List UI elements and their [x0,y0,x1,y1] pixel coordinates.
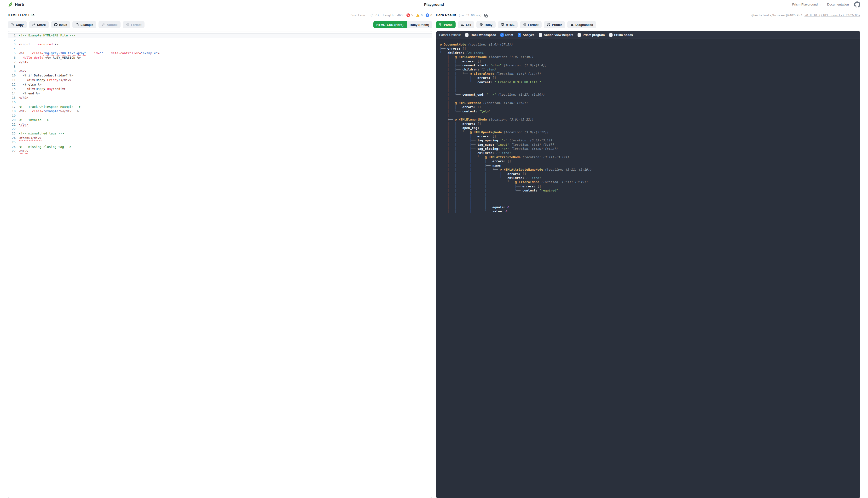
prism-playground-link[interactable]: Prism Playground → [792,3,822,6]
code-line: 11 <div>Happy Friday!</div> [8,78,432,82]
code-line: 9<h2> [8,69,432,74]
tree-line: │ ├── errors: [] [440,122,856,126]
code-editor[interactable]: 1<!-- Example HTML+ERB File -->2 3<input… [8,31,432,498]
parse-button[interactable]: Parse [436,21,456,28]
button-label: Ruby [485,23,492,27]
checkbox-label: Prism program [582,33,605,37]
diagnostics-button[interactable]: Diagnostics [567,21,596,28]
code-line: 21</br> [8,122,432,127]
source-toolbar: CopyShareIssueExampleAutofixFormatHTML+E… [8,21,432,28]
github-icon[interactable] [854,1,860,8]
line-number: 4 [8,47,19,51]
copy-icon [11,23,14,26]
tree-line: @ DocumentNode (location: (1:0)-(27:5)) [440,42,856,47]
code-line: 5<h1 class='bg-gray-300 text-gray" id=''… [8,51,432,56]
error-badge[interactable]: 5 [406,13,413,17]
tree-line: │ │ ├── errors: [] [440,76,856,80]
code-line: 26<!-- missing closing tag --> [8,145,432,149]
file-icon [76,23,79,26]
button-label: Example [80,23,93,27]
version-link[interactable]: v0.8.10 (+183 commits) 2402c957 [804,13,860,17]
lex-button[interactable]: Lex [458,21,474,28]
html-button[interactable]: 5HTML [498,21,518,28]
checkbox-strict[interactable]: ✓Strict [500,33,513,37]
warning-badge[interactable]: 0 [416,13,423,17]
tree-line: │ │ └── @ LiteralNode (location: (1:4)-(… [440,72,856,76]
checkbox-label: Track whitespace [470,33,496,37]
share-button[interactable]: Share [29,21,49,28]
lex-icon [461,23,464,26]
tree-line: │ └── comment_end: "-->" (location: (1:2… [440,92,856,96]
autofix-button[interactable]: Autofix [98,21,120,28]
code-line: 24<form></div> [8,136,432,141]
tree-line: │ ├── errors: [] [440,59,856,63]
line-number: 2 [8,38,19,42]
info-badge[interactable]: 0 [425,13,432,17]
checked-checkbox-icon: ✓ [500,33,504,37]
format-button[interactable]: Format [123,21,145,28]
checkbox-analyze[interactable]: ✓Analyze [518,33,535,37]
tab-label: Ruby (Prism) [410,23,429,27]
line-number: 9 [8,69,19,74]
code-line: 16 [8,100,432,105]
tree-line: │ │ └── @ HTMLOpenTagNode (location: (3:… [440,130,856,134]
line-number: 7 [8,60,19,65]
result-panel-title: Herb Result [436,13,456,17]
result-toolbar: ParseLexRuby5HTMLFormatPrinterDiagnostic… [436,21,860,28]
info-count: 0 [430,13,432,17]
checkbox-action-view-helpers[interactable]: Action View helpers [539,33,573,37]
parse-timing: (in 33.00 ms) [458,13,482,17]
copy-button[interactable]: Copy [8,21,27,28]
code-line: 12 <% else %> [8,82,432,87]
tree-line: └── children: (24 items) [440,51,856,55]
tree-line: │ │ │ │ └── @ HTMLAttributeNameNode (loc… [440,168,856,172]
app: Herb Playground Prism Playground → Docum… [0,0,868,498]
svg-text:5: 5 [502,24,503,25]
button-label: HTML [506,23,514,27]
html5-icon: 5 [501,23,504,26]
tree-line: │ │ │ └── value: ∅ [440,209,856,213]
code-line: 3<input required /> [8,42,432,47]
format-button[interactable]: Format [520,21,542,28]
tree-line: ├── @ HTMLTextNode (location: (1:30)-(3:… [440,101,856,105]
code-line: 25 [8,140,432,145]
ruby-button[interactable]: Ruby [476,21,496,28]
code-line: 23<!-- mismatched tags --> [8,131,432,136]
unchecked-checkbox-icon [465,33,469,37]
code-line: 27<div> [8,149,432,154]
brand-name: Herb [15,2,24,7]
tree-line: │ │ │ │ └── @ LiteralNode (location: (3:… [440,180,856,184]
line-number: 26 [8,145,19,149]
tree-line: │ ├── children: (1 item) [440,67,856,71]
example-button[interactable]: Example [73,21,96,28]
line-number: 27 [8,149,19,154]
checkbox-track-whitespace[interactable]: Track whitespace [465,33,496,37]
tab-ruby-prism[interactable]: Ruby (Prism) [407,21,432,28]
page-title: Playground [424,2,444,6]
button-label: Autofix [107,23,117,27]
line-number: 8 [8,64,19,69]
printer-icon [547,23,550,26]
checkbox-prism-nodes[interactable]: Prism nodes [609,33,633,37]
line-number: 16 [8,100,19,105]
line-number: 3 [8,42,19,47]
ast-tree: @ DocumentNode (location: (1:0)-(27:5))├… [436,39,860,498]
issue-button[interactable]: Issue [51,21,70,28]
package-version: @herb-tools/browser@2402c957 [751,13,802,17]
brand[interactable]: Herb [8,2,24,7]
wand-icon [102,23,105,26]
copy-result-icon[interactable] [484,14,488,18]
checkbox-label: Strict [505,33,513,37]
checkbox-prism-program[interactable]: Prism program [578,33,605,37]
printer-button[interactable]: Printer [544,21,565,28]
code-line: 20<!-- invalid --> [8,118,432,122]
tree-line: │ │ │ ├── errors: [] [440,159,856,163]
line-number: 24 [8,136,19,141]
line-number: 5 [8,51,19,56]
tree-line: │ [440,113,856,117]
indent-icon [523,23,526,26]
tab-html-erb-herb[interactable]: HTML+ERB (Herb) [373,21,407,28]
tree-line: ├── @ HTMLElementNode (location: (3:0)-(… [440,117,856,121]
documentation-link[interactable]: Documentation [827,3,849,6]
line-number: 23 [8,131,19,136]
